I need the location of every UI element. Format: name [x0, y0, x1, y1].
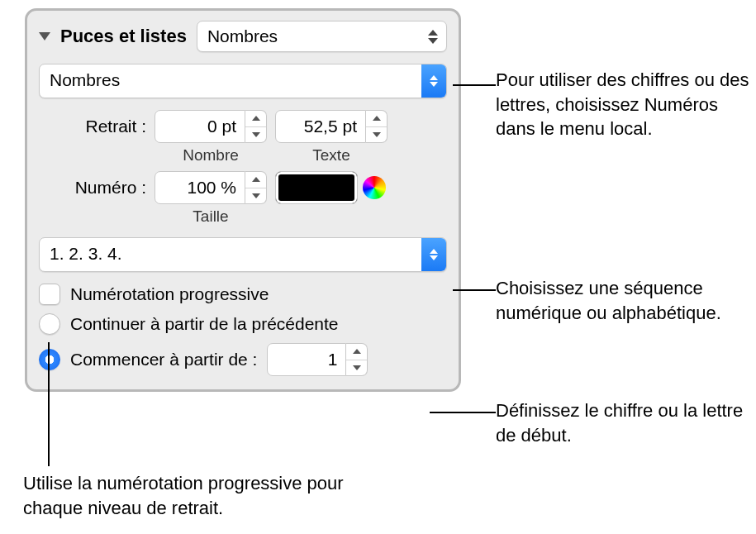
- number-color-well[interactable]: [275, 171, 358, 204]
- callout-line-vert: [48, 342, 50, 466]
- indent-text-stepper[interactable]: [275, 110, 388, 143]
- number-size-stepper[interactable]: [155, 171, 267, 204]
- bullet-style-select[interactable]: Nombres: [39, 64, 447, 98]
- disclosure-triangle-icon[interactable]: [39, 32, 50, 41]
- callout-line: [453, 84, 496, 86]
- panel-title: Puces et listes: [60, 26, 187, 47]
- number-label: Numéro :: [39, 171, 146, 198]
- indent-number-stepper[interactable]: [155, 110, 267, 143]
- indent-number-sublabel: Nombre: [183, 146, 239, 164]
- color-picker-icon[interactable]: [363, 176, 386, 199]
- continue-option[interactable]: Continuer à partir de la précédente: [39, 313, 447, 335]
- start-value-input[interactable]: [267, 343, 346, 376]
- callout-3: Définissez le chiffre ou la lettre de dé…: [496, 398, 752, 447]
- callout-line: [430, 412, 496, 413]
- progressive-checkbox[interactable]: [39, 284, 60, 305]
- stepper-buttons[interactable]: [346, 343, 368, 376]
- start-value-stepper[interactable]: [267, 343, 368, 376]
- indent-label: Retrait :: [39, 110, 146, 136]
- sequence-value: 1. 2. 3. 4.: [40, 238, 421, 271]
- start-label: Commencer à partir de :: [70, 350, 257, 370]
- select-stepper-icon: [421, 238, 446, 271]
- list-type-popup[interactable]: Nombres: [197, 21, 447, 52]
- panel-header: Puces et listes Nombres: [39, 21, 447, 52]
- progressive-row[interactable]: Numérotation progressive: [39, 284, 447, 305]
- callout-4: Utilise la numérotation progressive pour…: [23, 471, 378, 520]
- callout-line: [453, 289, 496, 291]
- number-size-sublabel: Taille: [193, 207, 228, 226]
- indent-text-sublabel: Texte: [312, 146, 349, 164]
- callout-1: Pour utiliser des chiffres ou des lettre…: [496, 68, 752, 141]
- sequence-select[interactable]: 1. 2. 3. 4.: [39, 237, 447, 272]
- start-radio[interactable]: [39, 349, 60, 370]
- select-stepper-icon: [421, 64, 446, 98]
- list-type-value: Nombres: [207, 26, 418, 46]
- continue-radio[interactable]: [39, 313, 60, 335]
- stepper-buttons[interactable]: [245, 110, 267, 143]
- number-size-input[interactable]: [155, 171, 245, 204]
- stepper-buttons[interactable]: [245, 171, 267, 204]
- progressive-label: Numérotation progressive: [70, 284, 269, 304]
- callout-2: Choisissez une séquence numérique ou alp…: [496, 276, 752, 325]
- number-row: Numéro : Taille: [39, 171, 447, 226]
- stepper-buttons[interactable]: [366, 110, 388, 143]
- indent-text-input[interactable]: [275, 110, 366, 143]
- updown-icon: [425, 30, 441, 44]
- start-option[interactable]: Commencer à partir de :: [39, 343, 447, 376]
- bullets-lists-panel: Puces et listes Nombres Nombres Retrait …: [25, 8, 461, 392]
- indent-row: Retrait : Nombre Texte: [39, 110, 447, 164]
- indent-number-input[interactable]: [155, 110, 245, 143]
- continue-label: Continuer à partir de la précédente: [70, 314, 339, 334]
- bullet-style-value: Nombres: [40, 64, 421, 98]
